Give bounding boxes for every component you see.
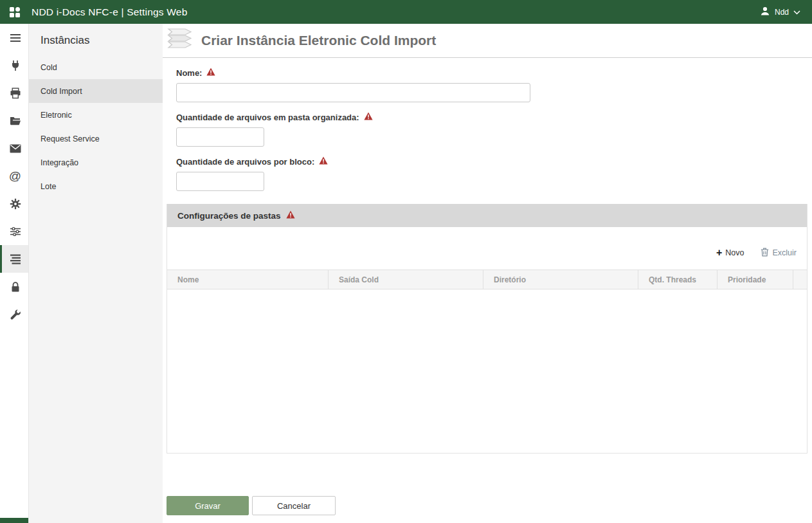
menu-icon[interactable]	[0, 24, 28, 51]
plug-icon[interactable]	[0, 51, 28, 79]
warning-icon	[319, 156, 328, 167]
warning-icon	[206, 68, 215, 78]
page-title: Criar Instância Eletronic Cold Import	[201, 33, 436, 48]
grid-column-prioridade: Prioridade	[717, 270, 793, 289]
field-label-qtd-bloco: Quantidade de arquivos por bloco:	[176, 156, 807, 167]
topbar: NDD i-Docs NFC-e | Settings Web Ndd	[0, 0, 812, 24]
instances-list-icon[interactable]	[0, 245, 28, 273]
save-button[interactable]: Gravar	[167, 496, 249, 515]
lock-icon[interactable]	[0, 273, 28, 300]
trash-icon	[761, 248, 769, 259]
sidebar-item-integracao[interactable]: Integração	[29, 151, 163, 174]
mail-icon[interactable]	[0, 134, 28, 162]
grid-toolbar: + Novo Excluir	[167, 227, 807, 270]
grid-header-row: Nome Saída Cold Diretório Qtd. Threads P…	[167, 270, 807, 289]
warning-icon	[364, 112, 373, 122]
grid-column-nome: Nome	[167, 270, 328, 289]
form-actions: Gravar Cancelar	[167, 496, 807, 515]
wrench-icon[interactable]	[0, 300, 28, 328]
main-content: Criar Instância Eletronic Cold Import No…	[163, 24, 812, 523]
user-name: Ndd	[775, 8, 789, 17]
sidebar-item-cold[interactable]: Cold	[29, 55, 163, 79]
grid-column-qtd-threads: Qtd. Threads	[638, 270, 717, 289]
field-label-qtd-pasta: Quantidade de arquivos em pasta organiza…	[176, 112, 807, 122]
sidebar-item-eletronic[interactable]: Eletronic	[29, 103, 163, 127]
grid-body-empty	[167, 289, 807, 453]
grid-column-filler	[793, 270, 807, 289]
warning-icon	[286, 210, 295, 221]
stacked-documents-icon	[167, 27, 197, 54]
grid-column-diretorio: Diretório	[483, 270, 638, 289]
chevron-down-icon	[793, 8, 800, 17]
qtd-bloco-input[interactable]	[176, 172, 264, 191]
folders-config-panel: Configurações de pastas + Novo	[167, 204, 807, 454]
app-logo-icon[interactable]	[0, 0, 29, 24]
sidebar-item-lote[interactable]: Lote	[29, 174, 163, 198]
instances-sidebar: Instâncias Cold Cold Import Eletronic Re…	[29, 24, 163, 523]
printer-icon[interactable]	[0, 79, 28, 107]
sidebar-item-request-service[interactable]: Request Service	[29, 127, 163, 151]
plus-icon: +	[716, 248, 722, 258]
delete-button[interactable]: Excluir	[761, 248, 797, 259]
sidebar-item-cold-import[interactable]: Cold Import	[29, 79, 163, 103]
cancel-button[interactable]: Cancelar	[252, 496, 336, 515]
field-label-nome: Nome:	[176, 68, 807, 78]
sliders-icon[interactable]	[0, 217, 28, 245]
page-header: Criar Instância Eletronic Cold Import	[163, 24, 812, 58]
icon-rail-footer	[0, 518, 28, 523]
folder-icon[interactable]	[0, 107, 28, 134]
qtd-pasta-organizada-input[interactable]	[176, 127, 264, 147]
user-icon	[760, 6, 770, 18]
new-button[interactable]: + Novo	[716, 248, 744, 258]
nome-input[interactable]	[176, 83, 530, 102]
user-menu[interactable]: Ndd	[760, 6, 812, 18]
app-title: NDD i-Docs NFC-e | Settings Web	[32, 6, 188, 18]
icon-rail: @	[0, 24, 29, 523]
gear-icon[interactable]	[0, 190, 28, 217]
folders-config-header: Configurações de pastas	[167, 204, 807, 227]
grid-column-saida-cold: Saída Cold	[328, 270, 483, 289]
sidebar-title: Instâncias	[29, 24, 163, 55]
at-sign-icon[interactable]: @	[0, 162, 28, 190]
